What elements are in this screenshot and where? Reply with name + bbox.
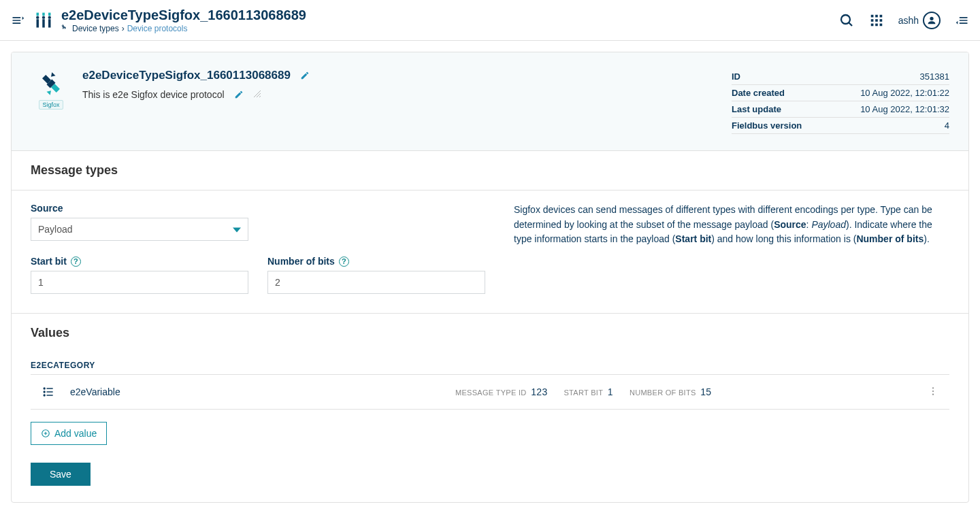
breadcrumb: Device types › Device protocols <box>61 24 306 33</box>
svg-point-4 <box>42 16 45 18</box>
breadcrumb-root[interactable]: Device types <box>72 24 119 33</box>
user-avatar-icon <box>923 12 941 29</box>
device-protocol-icon <box>36 69 66 99</box>
svg-point-30 <box>932 390 934 391</box>
svg-point-5 <box>48 16 51 18</box>
user-name: ashh <box>898 15 919 26</box>
svg-rect-0 <box>37 19 39 27</box>
edit-description-button[interactable] <box>234 90 244 99</box>
svg-rect-14 <box>870 19 873 22</box>
breadcrumb-current: Device protocols <box>127 24 188 33</box>
row-menu-icon[interactable] <box>921 382 945 403</box>
sigfox-badge: Sigfox <box>39 100 63 110</box>
edit-title-button[interactable] <box>300 71 310 80</box>
device-description: This is e2e Sigfox device protocol <box>82 89 225 100</box>
svg-line-10 <box>849 22 852 26</box>
svg-point-25 <box>44 395 45 396</box>
message-types-help-text: Sigfox devices can send messages of diff… <box>514 203 949 294</box>
startbit-input[interactable] <box>31 271 248 294</box>
source-selected-value: Payload <box>38 224 73 235</box>
svg-point-3 <box>36 16 39 18</box>
svg-point-29 <box>932 387 934 388</box>
svg-rect-2 <box>48 19 51 27</box>
numbits-label: Number of bits ? <box>267 256 485 267</box>
svg-rect-1 <box>42 19 45 27</box>
svg-rect-15 <box>875 19 878 22</box>
value-row[interactable]: e2eVariable MESSAGE TYPE ID 123 START BI… <box>31 374 949 410</box>
svg-rect-13 <box>879 14 882 17</box>
breadcrumb-icon <box>61 24 69 33</box>
svg-rect-16 <box>879 19 882 22</box>
section-title-values: Values <box>12 314 968 352</box>
add-value-button[interactable]: Add value <box>31 422 107 445</box>
nav-collapse-icon[interactable] <box>950 8 975 33</box>
values-category: E2ECATEGORY <box>31 361 949 370</box>
svg-rect-18 <box>875 23 878 26</box>
apps-grid-icon[interactable] <box>864 8 889 33</box>
search-icon[interactable] <box>834 8 859 33</box>
svg-rect-11 <box>870 14 873 17</box>
help-icon[interactable]: ? <box>71 256 81 267</box>
nav-expand-icon[interactable] <box>5 8 30 33</box>
svg-point-31 <box>932 393 934 395</box>
numbits-input[interactable] <box>267 271 485 294</box>
user-menu[interactable]: ashh <box>894 12 945 29</box>
svg-rect-19 <box>879 23 882 26</box>
svg-point-9 <box>841 15 850 24</box>
app-brand-icon <box>33 10 54 31</box>
value-stats: MESSAGE TYPE ID 123 START BIT 1 NUMBER O… <box>455 386 711 397</box>
list-icon <box>42 385 55 399</box>
svg-point-24 <box>44 391 45 393</box>
svg-rect-8 <box>48 12 51 15</box>
source-label: Source <box>31 203 248 214</box>
source-select[interactable]: Payload <box>31 218 248 241</box>
startbit-label: Start bit ? <box>31 256 248 267</box>
section-title-message-types: Message types <box>12 151 968 190</box>
plus-circle-icon <box>41 429 50 438</box>
resize-handle-icon[interactable] <box>253 89 261 100</box>
svg-rect-12 <box>875 14 878 17</box>
svg-rect-17 <box>870 23 873 26</box>
save-button[interactable]: Save <box>31 463 91 486</box>
device-meta: ID351381 Date created10 Aug 2022, 12:01:… <box>732 69 949 134</box>
svg-rect-7 <box>42 12 45 15</box>
chevron-down-icon <box>233 224 241 235</box>
page-title: e2eDeviceTypeSigfox_1660113068689 <box>61 7 306 22</box>
svg-rect-6 <box>37 12 39 15</box>
device-title: e2eDeviceTypeSigfox_1660113068689 <box>82 69 291 82</box>
svg-point-23 <box>44 388 45 389</box>
value-name: e2eVariable <box>70 386 342 397</box>
help-icon[interactable]: ? <box>339 256 349 267</box>
